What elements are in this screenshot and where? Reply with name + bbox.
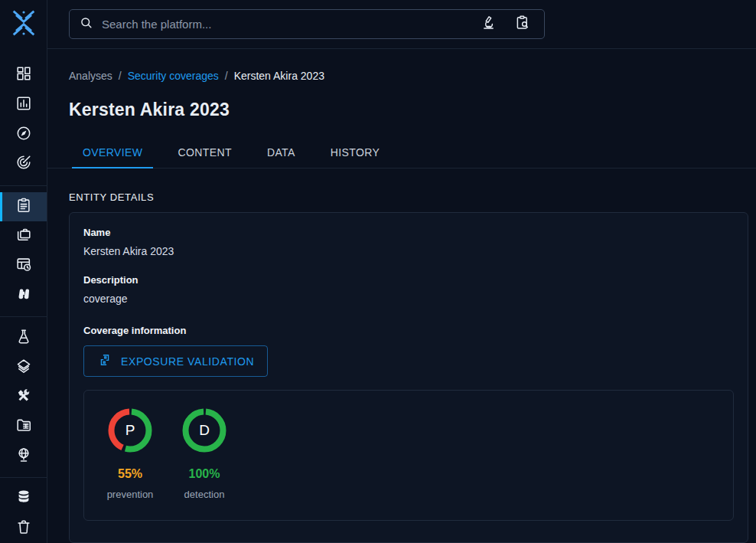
field-name: Name Kersten Akira 2023	[83, 227, 734, 257]
prevention-donut-letter: P	[106, 407, 154, 454]
platform-search-bar[interactable]	[69, 9, 545, 39]
cases-briefcase-icon	[15, 226, 32, 246]
sidebar-item-trash[interactable]	[0, 513, 47, 543]
coverage-information-label: Coverage information	[83, 325, 734, 336]
top-app-bar	[47, 0, 756, 49]
dashboard-icon	[15, 65, 32, 85]
exposure-validation-button[interactable]: EXPOSURE VALIDATION	[83, 345, 268, 377]
sidebar-item-data[interactable]	[0, 484, 47, 514]
page-title: Kersten Akira 2023	[69, 100, 735, 120]
prevention-donut-column: P 55% prevention	[105, 407, 155, 520]
breadcrumb-security-coverages[interactable]: Security coverages	[128, 70, 219, 82]
breadcrumb-analyses[interactable]: Analyses	[69, 70, 112, 82]
sidebar-item-investigations[interactable]	[0, 119, 47, 149]
layers-icon	[15, 358, 32, 378]
breadcrumb-current: Kersten Akira 2023	[234, 70, 324, 82]
sidebar-item-arsenal[interactable]	[0, 323, 47, 353]
events-table-clock-icon	[15, 256, 32, 276]
bar-chart-icon	[15, 95, 32, 115]
compass-icon	[15, 125, 32, 145]
sidebar-item-tools[interactable]	[0, 382, 47, 412]
sidebar-divider	[0, 477, 47, 478]
search-input[interactable]	[102, 18, 468, 31]
coverage-scores-card: P 55% prevention D 100% detection	[83, 390, 734, 521]
globe-stand-icon	[15, 447, 32, 466]
sidebar-divider	[0, 316, 47, 317]
tab-history[interactable]: HISTORY	[320, 137, 391, 168]
app-root: Analyses / Security coverages / Kersten …	[0, 0, 756, 543]
field-description-value: coverage	[83, 293, 734, 305]
sidebar-item-analyses[interactable]	[0, 192, 47, 222]
sidebar-divider	[0, 185, 47, 186]
tab-bar: OVERVIEW CONTENT DATA HISTORY	[47, 137, 756, 168]
sidebar-item-threat-tracking[interactable]	[0, 149, 47, 179]
trash-icon	[15, 518, 32, 538]
breadcrumb-separator: /	[119, 70, 122, 82]
detection-donut-letter: D	[181, 407, 228, 454]
field-name-label: Name	[83, 227, 734, 238]
detection-donut-column: D 100% detection	[179, 407, 230, 520]
sidebar-item-observations[interactable]	[0, 280, 47, 310]
tab-data[interactable]: DATA	[256, 137, 306, 168]
tab-content[interactable]: CONTENT	[167, 137, 242, 168]
breadcrumb: Analyses / Security coverages / Kersten …	[69, 70, 735, 82]
exposure-validation-icon	[97, 352, 112, 370]
sidebar-item-analytics[interactable]	[0, 90, 47, 120]
tab-overview[interactable]: OVERVIEW	[72, 137, 153, 168]
bulk-search-button[interactable]	[509, 11, 535, 38]
sidebar-item-techniques[interactable]	[0, 353, 47, 383]
page-content: Analyses / Security coverages / Kersten …	[47, 49, 756, 543]
entity-details-heading: ENTITY DETAILS	[69, 191, 735, 203]
entity-details-card: Name Kersten Akira 2023 Description cove…	[69, 212, 748, 543]
detection-donut-chart: D	[181, 407, 228, 454]
sidebar-item-events[interactable]	[0, 251, 47, 281]
main-column: Analyses / Security coverages / Kersten …	[47, 0, 756, 543]
folder-table-icon	[15, 417, 32, 437]
prevention-donut-chart: P	[106, 407, 154, 454]
analyses-clipboard-icon	[15, 197, 32, 217]
flask-icon	[15, 328, 32, 348]
target-icon	[15, 154, 32, 174]
sidebar-item-cases[interactable]	[0, 221, 47, 251]
advanced-search-button[interactable]	[475, 11, 501, 38]
left-sidebar	[0, 0, 47, 543]
breadcrumb-separator: /	[225, 70, 228, 82]
prevention-percent: 55%	[105, 467, 155, 481]
prevention-caption: prevention	[105, 489, 155, 500]
microscope-icon	[481, 15, 497, 34]
binoculars-icon	[15, 286, 32, 306]
clipboard-search-icon	[514, 15, 530, 34]
field-description-label: Description	[83, 274, 734, 286]
detection-caption: detection	[179, 489, 230, 500]
detection-percent: 100%	[179, 467, 230, 481]
platform-x-logo-icon	[8, 8, 39, 41]
sidebar-item-entities[interactable]	[0, 412, 47, 442]
field-description: Description coverage	[83, 274, 734, 305]
exposure-validation-label: EXPOSURE VALIDATION	[121, 355, 254, 368]
magnifier-icon	[79, 15, 94, 34]
platform-logo[interactable]	[0, 0, 47, 48]
database-icon	[15, 489, 32, 509]
sidebar-item-home[interactable]	[0, 61, 47, 90]
field-name-value: Kersten Akira 2023	[83, 245, 734, 257]
sidebar-item-locations[interactable]	[0, 441, 47, 471]
tools-icon	[15, 387, 32, 407]
